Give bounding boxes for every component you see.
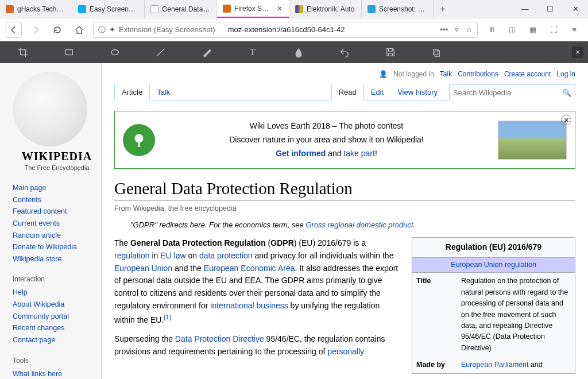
- infobox-val: European Parliament and: [457, 357, 575, 373]
- nav-header-tools: Tools: [13, 357, 101, 365]
- nav-link[interactable]: Contents: [13, 196, 41, 204]
- link-eu[interactable]: European Union: [114, 264, 172, 273]
- extension-icon: ✦: [109, 25, 115, 34]
- tab-article[interactable]: Article: [114, 84, 150, 100]
- home-button[interactable]: [71, 22, 87, 38]
- nav-link[interactable]: Help: [13, 288, 28, 296]
- link-dpd[interactable]: Data Protection Directive: [175, 334, 264, 343]
- back-button[interactable]: [6, 22, 22, 38]
- addon1-icon[interactable]: ▦: [525, 22, 541, 38]
- link-create-account[interactable]: Create account: [504, 70, 551, 78]
- tab-easyscreenshot[interactable]: Easy Screenshot: [72, 0, 145, 18]
- wiki-search[interactable]: 🔍: [449, 84, 575, 100]
- reload-button[interactable]: [49, 22, 65, 38]
- tab-general-data[interactable]: General Data Pro: [145, 0, 217, 18]
- nav-link[interactable]: Current events: [13, 219, 60, 227]
- copy-tool[interactable]: [413, 41, 459, 63]
- banner-close-button[interactable]: ✕: [561, 115, 571, 125]
- circle-tool[interactable]: [92, 41, 138, 63]
- menu-icon[interactable]: ≡: [566, 22, 582, 38]
- nav-link[interactable]: Contact page: [13, 336, 55, 344]
- search-icon[interactable]: 🔍: [562, 88, 571, 97]
- newtab-button[interactable]: +: [434, 4, 451, 14]
- wikipedia-wordmark: WIKIPEDIA The Free Encyclopedia: [13, 150, 101, 172]
- rect-tool[interactable]: [46, 41, 92, 63]
- page-tabs: Article Talk Read Edit View history 🔍: [114, 84, 575, 100]
- link-talk[interactable]: Talk: [440, 70, 452, 78]
- undo-tool[interactable]: [322, 41, 368, 63]
- pencil-tool[interactable]: [184, 41, 230, 63]
- close-icon[interactable]: ✕: [276, 5, 283, 13]
- wikipedia-logo[interactable]: [13, 72, 87, 146]
- nav-link[interactable]: Community portal: [13, 312, 69, 320]
- library-icon[interactable]: Ⅲ: [483, 22, 500, 38]
- nav-link[interactable]: Recent changes: [13, 324, 64, 332]
- text-tool[interactable]: T: [230, 41, 276, 63]
- wiki-sidebar: WIKIPEDIA The Free Encyclopedia Main pag…: [0, 63, 101, 379]
- tab-edit[interactable]: Edit: [364, 84, 390, 100]
- tab-history[interactable]: View history: [390, 84, 444, 100]
- more-icon[interactable]: •••: [440, 25, 448, 34]
- star-icon[interactable]: ☆: [466, 25, 473, 34]
- link-contributions[interactable]: Contributions: [458, 70, 498, 78]
- nav-link[interactable]: Donate to Wikipedia: [13, 243, 77, 251]
- ref-1[interactable]: [1]: [164, 314, 171, 320]
- minimize-button[interactable]: —: [512, 0, 537, 18]
- nav-link[interactable]: Random article: [13, 231, 61, 239]
- nav-link[interactable]: Wikipedia store: [13, 255, 61, 263]
- crop-tool[interactable]: [0, 41, 46, 63]
- banner-line1: Wiki Loves Earth 2018 – The photo contes…: [165, 119, 488, 133]
- infobox-key: Title: [412, 273, 457, 357]
- tab-elektronik[interactable]: Elektronik, Auto: [289, 0, 362, 18]
- link-regulation[interactable]: regulation: [114, 251, 150, 260]
- url-text: moz-extension://a616cd50-64c1-42: [228, 25, 345, 34]
- browser-chrome: gHacks Technolo Easy Screenshot General …: [0, 0, 588, 41]
- forward-button[interactable]: [28, 22, 44, 38]
- blur-tool[interactable]: [276, 41, 322, 63]
- article-body: Regulation (EU) 2016/679 European Union …: [114, 237, 575, 358]
- link-eu-law[interactable]: EU law: [160, 251, 185, 260]
- search-input[interactable]: [453, 88, 562, 97]
- nav-header-interaction: Interaction: [13, 275, 101, 283]
- article-title: General Data Protection Regulation: [114, 179, 575, 201]
- sidebar-icon[interactable]: ◫: [504, 22, 520, 38]
- page-viewport[interactable]: WIKIPEDIA The Free Encyclopedia Main pag…: [0, 63, 588, 379]
- infobox-title: Regulation (EU) 2016/679: [412, 238, 575, 257]
- tab-ghacks[interactable]: gHacks Technolo: [0, 0, 72, 18]
- user-links: 👤 Not logged in Talk Contributions Creat…: [114, 63, 575, 80]
- nav-link[interactable]: About Wikipedia: [13, 300, 64, 308]
- pocket-icon[interactable]: ▿: [455, 25, 459, 34]
- close-toolbar-button[interactable]: ✕: [572, 47, 583, 58]
- maximize-button[interactable]: ☐: [537, 0, 563, 18]
- banner-link1[interactable]: Get informed: [276, 149, 326, 158]
- tree-icon: [123, 124, 155, 156]
- svg-point-4: [135, 134, 144, 142]
- link-data-protection[interactable]: data protection: [199, 251, 253, 260]
- link-grdp[interactable]: Gross regional domestic product: [305, 221, 413, 229]
- info-icon[interactable]: ⓘ: [98, 25, 106, 35]
- nav-link[interactable]: Featured content: [13, 207, 67, 215]
- link-login[interactable]: Log in: [556, 70, 575, 78]
- banner-link2[interactable]: take part: [343, 149, 374, 158]
- tab-firefox-screenshot[interactable]: Firefox Screen Sh✕: [217, 0, 289, 18]
- url-field[interactable]: ⓘ ✦ Extension (Easy Screenshot) moz-exte…: [93, 22, 478, 38]
- addon2-icon[interactable]: ⛶: [546, 22, 562, 38]
- article-subtitle: From Wikipedia, the free encyclopedia: [114, 204, 575, 212]
- wle-banner: Wiki Loves Earth 2018 – The photo contes…: [114, 111, 575, 169]
- tab-talk[interactable]: Talk: [150, 84, 177, 100]
- close-window-button[interactable]: ✕: [563, 0, 588, 18]
- nav-link[interactable]: What links here: [13, 370, 62, 378]
- infobox-val: Regulation on the protection of natural …: [457, 273, 575, 357]
- banner-line2: Discover nature in your area and show it…: [165, 133, 488, 147]
- svg-rect-2: [434, 49, 438, 55]
- tab-screenshot-gen[interactable]: Screenshot: Gen: [362, 0, 434, 18]
- nav-link[interactable]: Main page: [13, 184, 46, 192]
- infobox-key: Made by: [412, 357, 457, 373]
- tab-read[interactable]: Read: [331, 84, 364, 100]
- save-tool[interactable]: [368, 41, 413, 63]
- link-eea[interactable]: European Economic Area: [204, 264, 295, 273]
- line-tool[interactable]: [138, 41, 184, 63]
- link-intl-business[interactable]: international business: [210, 301, 288, 310]
- address-bar: ⓘ ✦ Extension (Easy Screenshot) moz-exte…: [0, 18, 588, 41]
- link-pii[interactable]: personally: [327, 347, 364, 356]
